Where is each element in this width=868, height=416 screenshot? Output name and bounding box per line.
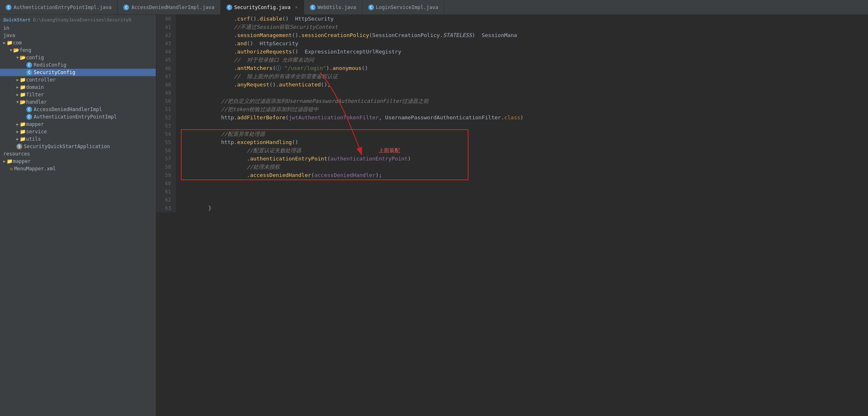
sidebar-item-service[interactable]: ▶ 📁 service [0, 128, 156, 135]
xml-icon: ⚙ [10, 166, 13, 172]
sidebar-item-accessdenied[interactable]: C AccessDeniedHandlerImpl [0, 106, 156, 113]
filter-folder-icon: 📁 [20, 92, 26, 98]
domain-folder-icon: 📁 [20, 84, 26, 90]
sidebar-item-filter[interactable]: ▶ 📁 filter [0, 91, 156, 98]
app-class-icon: S [16, 144, 22, 149]
project-path: D:\kuangStudyJavaExercises\SecurityQ [33, 17, 131, 23]
sidebar-item-feng[interactable]: ▼ 📂 feng [0, 46, 156, 54]
mapper-root-triangle: ▶ [3, 159, 5, 163]
sidebar-item-securityconfig[interactable]: C SecurityConfig [0, 69, 156, 76]
sidebar-item-app[interactable]: S SecurityQuickStartApplication [0, 143, 156, 150]
sidebar-item-java[interactable]: java [0, 32, 156, 39]
sidebar-filter-label: filter [26, 92, 44, 98]
sidebar-domain-label: domain [26, 84, 44, 90]
redisconfig-class-icon: C [26, 62, 32, 68]
tab-loginservice[interactable]: C LoginServiceImpl.java [362, 0, 445, 14]
sidebar-securityconfig-label: SecurityConfig [34, 70, 75, 75]
code-area[interactable]: 4041424344454647484950515253545556575859… [156, 15, 868, 416]
sidebar-item-controller[interactable]: ▶ 📁 controller [0, 76, 156, 84]
service-triangle: ▶ [16, 130, 18, 134]
sidebar-redisconfig-label: RedisConfig [34, 62, 66, 68]
tab-label-access: AccessDeniedHandlerImpl.java [131, 5, 214, 10]
sidebar-menumapper-label: MenuMapper.xml [14, 166, 56, 172]
sidebar-item-menumapper[interactable]: ⚙ MenuMapper.xml [0, 165, 156, 172]
project-header: QuickStart D:\kuangStudyJavaExercises\Se… [0, 16, 156, 24]
sidebar-item-mapper-root[interactable]: ▶ 📁 mapper [0, 158, 156, 165]
tab-icon-access: C [123, 5, 129, 10]
utils-triangle: ▶ [16, 137, 18, 141]
mapper-folder-icon: 📁 [20, 121, 26, 127]
sidebar-feng-label: feng [19, 47, 31, 53]
config-triangle: ▼ [16, 56, 18, 60]
tab-close-security[interactable]: ✕ [295, 5, 298, 10]
main-layout: QuickStart D:\kuangStudyJavaExercises\Se… [0, 15, 868, 416]
sidebar-item-com[interactable]: ▶ 📁 com [0, 39, 156, 46]
accessdenied-class-icon: C [26, 107, 32, 112]
mapper-triangle: ▶ [16, 122, 18, 126]
sidebar-app-label: SecurityQuickStartApplication [24, 144, 110, 149]
utils-folder-icon: 📁 [20, 136, 26, 142]
line-numbers: 4041424344454647484950515253545556575859… [156, 15, 176, 212]
sidebar-item-handler[interactable]: ▼ 📂 handler [0, 98, 156, 106]
sidebar-in-label: in [3, 25, 9, 31]
feng-folder-icon: 📂 [13, 47, 19, 53]
sidebar-item-in[interactable]: in [0, 24, 156, 32]
sidebar-item-utils[interactable]: ▶ 📁 utils [0, 135, 156, 143]
tab-icon-loginservice: C [368, 5, 374, 10]
config-folder-icon: 📂 [20, 55, 26, 60]
sidebar-resources-label: resources [3, 151, 30, 157]
tab-label-security: SecurityConfig.java [234, 5, 291, 10]
securityconfig-class-icon: C [26, 70, 32, 75]
sidebar-item-authentry[interactable]: C AuthenticationEntryPointImpl [0, 113, 156, 121]
controller-folder-icon: 📁 [20, 77, 26, 83]
sidebar-utils-label: utils [26, 136, 41, 142]
service-folder-icon: 📁 [20, 129, 26, 135]
sidebar-item-redisconfig[interactable]: C RedisConfig [0, 61, 156, 69]
tab-icon-webutils: C [310, 5, 316, 10]
tab-label-webutils: WebUtils.java [318, 5, 356, 10]
sidebar-handler-label: handler [26, 99, 47, 105]
feng-triangle: ▼ [10, 48, 12, 52]
tab-icon-security: C [226, 5, 232, 10]
sidebar-accessdenied-label: AccessDeniedHandlerImpl [34, 107, 102, 112]
code-content: 4041424344454647484950515253545556575859… [156, 15, 868, 212]
sidebar-authentry-label: AuthenticationEntryPointImpl [34, 114, 117, 120]
domain-triangle: ▶ [16, 85, 18, 89]
com-folder-icon: 📁 [7, 40, 13, 46]
mapper-root-folder-icon: 📁 [7, 158, 13, 164]
sidebar-item-domain[interactable]: ▶ 📁 domain [0, 84, 156, 91]
tab-label-loginservice: LoginServiceImpl.java [376, 5, 439, 10]
sidebar-config-label: config [26, 55, 44, 60]
sidebar-item-resources[interactable]: resources [0, 150, 156, 158]
tab-webutils[interactable]: C WebUtils.java [304, 0, 362, 14]
handler-triangle: ▼ [16, 100, 18, 104]
sidebar-item-config[interactable]: ▼ 📂 config [0, 54, 156, 61]
tab-auth-entry[interactable]: C AuthenticationEntryPointImpl.java [0, 0, 118, 14]
tab-bar: C AuthenticationEntryPointImpl.java C Ac… [0, 0, 868, 15]
controller-triangle: ▶ [16, 78, 18, 82]
sidebar-com-label: com [13, 40, 22, 46]
com-triangle: ▶ [3, 41, 5, 45]
filter-triangle: ▶ [16, 93, 18, 97]
tab-access-denied[interactable]: C AccessDeniedHandlerImpl.java [118, 0, 220, 14]
sidebar: QuickStart D:\kuangStudyJavaExercises\Se… [0, 15, 156, 416]
sidebar-java-label: java [3, 33, 15, 38]
tab-label-auth: AuthenticationEntryPointImpl.java [14, 5, 111, 10]
handler-folder-icon: 📂 [20, 99, 26, 105]
project-name: QuickStart [3, 17, 30, 23]
sidebar-mapper-label: mapper [26, 121, 44, 127]
sidebar-mapper-root-label: mapper [13, 158, 30, 164]
tab-icon-auth: C [6, 5, 12, 10]
sidebar-item-mapper[interactable]: ▶ 📁 mapper [0, 121, 156, 128]
authentry-class-icon: C [26, 114, 32, 120]
code-lines: .csrf().disable() HttpSecurity //不通过Sess… [176, 15, 868, 212]
sidebar-controller-label: controller [26, 77, 55, 83]
sidebar-service-label: service [26, 129, 47, 135]
tab-security-config[interactable]: C SecurityConfig.java ✕ [221, 0, 304, 14]
